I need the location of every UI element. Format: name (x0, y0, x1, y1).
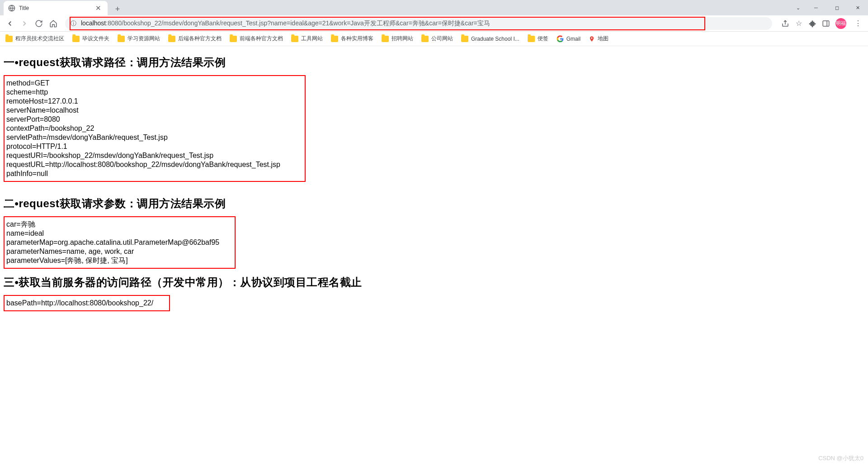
bookmark-label: 便签 (538, 35, 548, 43)
folder-icon (291, 36, 298, 42)
output-line: remoteHost=127.0.0.1 (6, 97, 303, 106)
folder-icon (331, 36, 338, 42)
output-line: name=ideal (6, 229, 233, 238)
side-panel-icon[interactable] (822, 19, 830, 28)
url-text: localhost:8080/bookshop_22/msdev/dongYaB… (81, 19, 490, 28)
section-3-title: 三•获取当前服务器的访问路径（开发中常用）：从协议到项目工程名截止 (4, 275, 864, 290)
folder-icon (72, 36, 80, 42)
bookmark-label: 工具网站 (301, 35, 323, 43)
section-2-title: 二•request获取请求参数：调用方法结果示例 (4, 196, 864, 211)
bookmark-bar: 程序员技术交流社区 毕设文件夹 学习资源网站 后端各种官方文档 前端各种官方文档… (0, 32, 868, 46)
bookmark-label: 程序员技术交流社区 (15, 35, 64, 43)
output-line: requestURI=/bookshop_22/msdev/dongYaBank… (6, 151, 303, 160)
output-line: serverPort=8080 (6, 115, 303, 124)
page-content: 一•request获取请求路径：调用方法结果示例 method=GET sche… (0, 46, 868, 320)
bookmark-label: 各种实用博客 (341, 35, 373, 43)
toolbar-right: ☆ 明福 ⋮ (781, 18, 864, 29)
bookmark-label: 公司网站 (431, 35, 453, 43)
section-1-box: method=GET scheme=http remoteHost=127.0.… (4, 75, 306, 182)
tab-title: Title (19, 5, 90, 11)
home-button[interactable] (47, 17, 60, 30)
minimize-button[interactable]: ─ (806, 0, 826, 15)
bookmark-label: 前端各种官方文档 (240, 35, 283, 43)
folder-icon (168, 36, 175, 42)
tab-bar: Title ✕ + ⌄ ─ ◻ ✕ (0, 0, 868, 15)
bookmark-star-icon[interactable]: ☆ (795, 19, 803, 28)
address-bar[interactable]: ⓘ localhost:8080/bookshop_22/msdev/dongY… (65, 17, 772, 30)
folder-icon (461, 36, 468, 42)
output-line: pathInfo=null (6, 169, 303, 178)
output-line: parameterNames=name, age, work, car (6, 247, 233, 256)
svg-rect-1 (823, 21, 829, 26)
new-tab-button[interactable]: + (111, 3, 124, 15)
close-window-button[interactable]: ✕ (847, 0, 868, 15)
back-button[interactable] (4, 17, 16, 30)
google-icon (557, 35, 564, 43)
folder-icon (230, 36, 237, 42)
window-controls: ⌄ ─ ◻ ✕ (790, 0, 868, 15)
bookmark-label: 后端各种官方文档 (178, 35, 222, 43)
tab-close-icon[interactable]: ✕ (94, 4, 103, 12)
bookmark-label: 招聘网站 (392, 35, 413, 43)
bookmark-item[interactable]: 毕设文件夹 (72, 35, 109, 43)
output-line: car=奔驰 (6, 220, 233, 229)
globe-icon (8, 5, 15, 12)
share-icon[interactable] (781, 19, 789, 28)
watermark: CSDN @小犹太0 (818, 454, 863, 462)
tab-dropdown-icon[interactable]: ⌄ (790, 0, 806, 15)
bookmark-label: 学习资源网站 (127, 35, 160, 43)
section-3-box: basePath=http://localhost:8080/bookshop_… (4, 295, 170, 311)
forward-button[interactable] (18, 17, 31, 30)
folder-icon (382, 36, 389, 42)
bookmark-item[interactable]: 程序员技术交流社区 (5, 35, 64, 43)
folder-icon (5, 36, 13, 42)
bookmark-item[interactable]: 工具网站 (291, 35, 323, 43)
folder-icon (421, 36, 429, 42)
maximize-button[interactable]: ◻ (826, 0, 847, 15)
map-pin-icon (589, 36, 595, 42)
site-info-icon[interactable]: ⓘ (71, 19, 76, 28)
bookmark-label: Gmail (566, 36, 580, 42)
bookmark-item[interactable]: 地图 (589, 35, 609, 43)
bookmark-item[interactable]: Gmail (557, 35, 580, 43)
reload-button[interactable] (33, 17, 45, 30)
kebab-menu-icon[interactable]: ⋮ (852, 19, 864, 28)
output-line: requestURL=http://localhost:8080/booksho… (6, 160, 303, 169)
section-1-title: 一•request获取请求路径：调用方法结果示例 (4, 55, 864, 70)
section-2-box: car=奔驰 name=ideal parameterMap=org.apach… (4, 216, 236, 269)
bookmark-item[interactable]: 公司网站 (421, 35, 453, 43)
bookmark-item[interactable]: 后端各种官方文档 (168, 35, 222, 43)
browser-toolbar: ⓘ localhost:8080/bookshop_22/msdev/dongY… (0, 15, 868, 32)
bookmark-item[interactable]: 招聘网站 (382, 35, 413, 43)
output-line: servletPath=/msdev/dongYaBank/request_Te… (6, 133, 303, 142)
output-line: basePath=http://localhost:8080/bookshop_… (6, 299, 167, 308)
output-line: parameterMap=org.apache.catalina.util.Pa… (6, 238, 233, 247)
folder-icon (118, 36, 125, 42)
folder-icon (528, 36, 535, 42)
output-line: contextPath=/bookshop_22 (6, 124, 303, 133)
browser-tab[interactable]: Title ✕ (4, 1, 108, 15)
bookmark-label: Graduate School I... (471, 36, 519, 42)
bookmark-item[interactable]: 学习资源网站 (118, 35, 160, 43)
bookmark-item[interactable]: 前端各种官方文档 (230, 35, 283, 43)
extensions-icon[interactable] (808, 19, 816, 28)
bookmark-item[interactable]: 便签 (528, 35, 548, 43)
bookmark-item[interactable]: 各种实用博客 (331, 35, 373, 43)
output-line: protocol=HTTP/1.1 (6, 142, 303, 151)
bookmark-item[interactable]: Graduate School I... (461, 36, 519, 42)
bookmark-label: 毕设文件夹 (82, 35, 109, 43)
output-line: method=GET (6, 79, 303, 88)
output-line: parameterValues=[奔驰, 保时捷, 宝马] (6, 256, 233, 265)
output-line: serverName=localhost (6, 106, 303, 115)
profile-avatar[interactable]: 明福 (835, 18, 846, 29)
bookmark-label: 地图 (598, 35, 609, 43)
output-line: scheme=http (6, 88, 303, 97)
